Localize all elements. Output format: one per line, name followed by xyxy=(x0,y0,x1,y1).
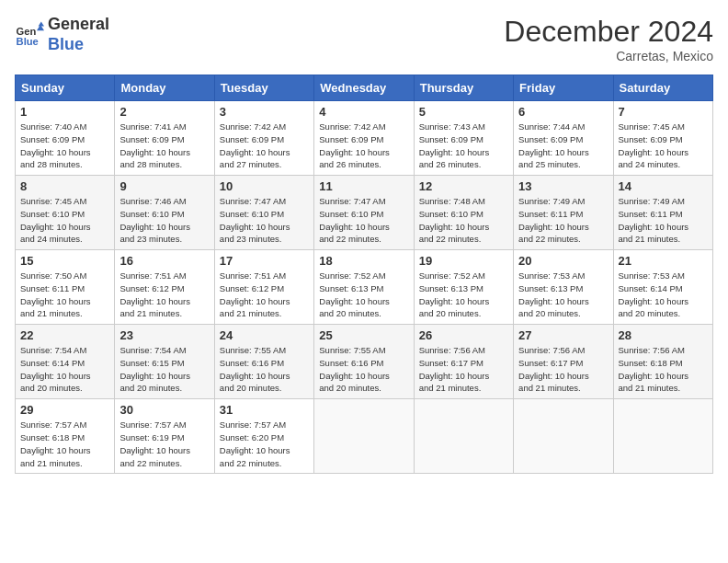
day-info: Sunrise: 7:49 AMSunset: 6:11 PMDaylight:… xyxy=(518,195,608,246)
day-info: Sunrise: 7:40 AMSunset: 6:09 PMDaylight:… xyxy=(20,121,109,171)
day-info: Sunrise: 7:55 AMSunset: 6:16 PMDaylight:… xyxy=(220,344,309,395)
day-info: Sunrise: 7:56 AMSunset: 6:18 PMDaylight:… xyxy=(619,344,708,395)
day-number: 17 xyxy=(220,254,309,268)
day-cell: 6Sunrise: 7:44 AMSunset: 6:09 PMDaylight… xyxy=(514,101,613,176)
day-number: 4 xyxy=(319,105,408,119)
month-title: December 2024 xyxy=(504,15,713,49)
day-info: Sunrise: 7:42 AMSunset: 6:09 PMDaylight:… xyxy=(220,121,309,171)
day-number: 18 xyxy=(319,254,408,268)
day-cell: 21Sunrise: 7:53 AMSunset: 6:14 PMDayligh… xyxy=(613,250,712,325)
day-info: Sunrise: 7:56 AMSunset: 6:17 PMDaylight:… xyxy=(518,344,608,395)
day-number: 6 xyxy=(518,105,608,119)
day-info: Sunrise: 7:45 AMSunset: 6:09 PMDaylight:… xyxy=(619,121,708,171)
day-info: Sunrise: 7:55 AMSunset: 6:16 PMDaylight:… xyxy=(319,344,408,395)
weekday-header-wednesday: Wednesday xyxy=(314,75,414,101)
day-number: 20 xyxy=(518,254,608,268)
day-cell: 25Sunrise: 7:55 AMSunset: 6:16 PMDayligh… xyxy=(314,325,414,399)
day-info: Sunrise: 7:52 AMSunset: 6:13 PMDaylight:… xyxy=(419,270,508,320)
day-number: 10 xyxy=(220,179,309,193)
weekday-header-friday: Friday xyxy=(514,75,613,101)
week-row-3: 15Sunrise: 7:50 AMSunset: 6:11 PMDayligh… xyxy=(16,250,713,325)
title-block: December 2024 Carretas, Mexico xyxy=(504,15,713,63)
page-header: Gen Blue General Blue December 2024 Carr… xyxy=(15,15,713,63)
weekday-header-monday: Monday xyxy=(115,75,214,101)
day-number: 3 xyxy=(220,105,309,119)
calendar-table: SundayMondayTuesdayWednesdayThursdayFrid… xyxy=(15,75,713,474)
day-number: 2 xyxy=(119,105,209,119)
day-info: Sunrise: 7:57 AMSunset: 6:20 PMDaylight:… xyxy=(220,419,309,469)
day-number: 1 xyxy=(20,105,109,119)
day-cell xyxy=(514,399,613,474)
day-number: 29 xyxy=(20,403,109,417)
day-number: 27 xyxy=(518,328,608,342)
day-cell: 11Sunrise: 7:47 AMSunset: 6:10 PMDayligh… xyxy=(314,176,414,250)
day-cell: 14Sunrise: 7:49 AMSunset: 6:11 PMDayligh… xyxy=(613,176,712,250)
day-info: Sunrise: 7:48 AMSunset: 6:10 PMDaylight:… xyxy=(419,195,508,246)
day-number: 19 xyxy=(419,254,508,268)
day-info: Sunrise: 7:54 AMSunset: 6:14 PMDaylight:… xyxy=(20,344,109,395)
day-number: 23 xyxy=(119,328,209,342)
day-info: Sunrise: 7:45 AMSunset: 6:10 PMDaylight:… xyxy=(20,195,109,246)
day-info: Sunrise: 7:56 AMSunset: 6:17 PMDaylight:… xyxy=(419,344,508,395)
day-cell: 9Sunrise: 7:46 AMSunset: 6:10 PMDaylight… xyxy=(115,176,214,250)
weekday-header-tuesday: Tuesday xyxy=(214,75,313,101)
day-cell xyxy=(613,399,712,474)
day-info: Sunrise: 7:53 AMSunset: 6:14 PMDaylight:… xyxy=(619,270,708,320)
day-number: 13 xyxy=(518,179,608,193)
day-info: Sunrise: 7:49 AMSunset: 6:11 PMDaylight:… xyxy=(619,195,708,246)
week-row-5: 29Sunrise: 7:57 AMSunset: 6:18 PMDayligh… xyxy=(16,399,713,474)
day-cell: 27Sunrise: 7:56 AMSunset: 6:17 PMDayligh… xyxy=(514,325,613,399)
weekday-header-thursday: Thursday xyxy=(414,75,513,101)
day-number: 28 xyxy=(619,328,708,342)
weekday-header-saturday: Saturday xyxy=(613,75,712,101)
day-cell: 17Sunrise: 7:51 AMSunset: 6:12 PMDayligh… xyxy=(214,250,313,325)
day-number: 26 xyxy=(419,328,508,342)
day-cell: 2Sunrise: 7:41 AMSunset: 6:09 PMDaylight… xyxy=(115,101,214,176)
day-number: 24 xyxy=(220,328,309,342)
day-number: 16 xyxy=(119,254,209,268)
day-info: Sunrise: 7:54 AMSunset: 6:15 PMDaylight:… xyxy=(119,344,209,395)
day-info: Sunrise: 7:53 AMSunset: 6:13 PMDaylight:… xyxy=(518,270,608,320)
day-number: 22 xyxy=(20,328,109,342)
day-cell: 23Sunrise: 7:54 AMSunset: 6:15 PMDayligh… xyxy=(115,325,214,399)
day-cell: 8Sunrise: 7:45 AMSunset: 6:10 PMDaylight… xyxy=(16,176,115,250)
day-cell: 22Sunrise: 7:54 AMSunset: 6:14 PMDayligh… xyxy=(16,325,115,399)
day-cell: 1Sunrise: 7:40 AMSunset: 6:09 PMDaylight… xyxy=(16,101,115,176)
day-cell: 15Sunrise: 7:50 AMSunset: 6:11 PMDayligh… xyxy=(16,250,115,325)
day-number: 14 xyxy=(619,179,708,193)
day-cell: 30Sunrise: 7:57 AMSunset: 6:19 PMDayligh… xyxy=(115,399,214,474)
day-cell: 13Sunrise: 7:49 AMSunset: 6:11 PMDayligh… xyxy=(514,176,613,250)
day-number: 8 xyxy=(20,179,109,193)
day-info: Sunrise: 7:43 AMSunset: 6:09 PMDaylight:… xyxy=(419,121,508,171)
weekday-header-row: SundayMondayTuesdayWednesdayThursdayFrid… xyxy=(16,75,713,101)
day-info: Sunrise: 7:52 AMSunset: 6:13 PMDaylight:… xyxy=(319,270,408,320)
day-cell: 18Sunrise: 7:52 AMSunset: 6:13 PMDayligh… xyxy=(314,250,414,325)
week-row-2: 8Sunrise: 7:45 AMSunset: 6:10 PMDaylight… xyxy=(16,176,713,250)
day-info: Sunrise: 7:57 AMSunset: 6:19 PMDaylight:… xyxy=(119,419,209,469)
day-info: Sunrise: 7:42 AMSunset: 6:09 PMDaylight:… xyxy=(319,121,408,171)
day-info: Sunrise: 7:47 AMSunset: 6:10 PMDaylight:… xyxy=(220,195,309,246)
day-number: 15 xyxy=(20,254,109,268)
svg-marker-2 xyxy=(39,21,44,26)
logo-icon: Gen Blue xyxy=(15,20,44,50)
day-cell: 7Sunrise: 7:45 AMSunset: 6:09 PMDaylight… xyxy=(613,101,712,176)
day-cell: 24Sunrise: 7:55 AMSunset: 6:16 PMDayligh… xyxy=(214,325,313,399)
day-info: Sunrise: 7:51 AMSunset: 6:12 PMDaylight:… xyxy=(119,270,209,320)
day-cell: 4Sunrise: 7:42 AMSunset: 6:09 PMDaylight… xyxy=(314,101,414,176)
svg-text:Blue: Blue xyxy=(17,36,39,47)
day-info: Sunrise: 7:41 AMSunset: 6:09 PMDaylight:… xyxy=(119,121,209,171)
day-number: 9 xyxy=(119,179,209,193)
day-number: 12 xyxy=(419,179,508,193)
logo-text-line2: Blue xyxy=(48,35,109,55)
day-number: 5 xyxy=(419,105,508,119)
day-info: Sunrise: 7:47 AMSunset: 6:10 PMDaylight:… xyxy=(319,195,408,246)
day-number: 21 xyxy=(619,254,708,268)
day-cell: 28Sunrise: 7:56 AMSunset: 6:18 PMDayligh… xyxy=(613,325,712,399)
day-cell: 29Sunrise: 7:57 AMSunset: 6:18 PMDayligh… xyxy=(16,399,115,474)
day-cell: 16Sunrise: 7:51 AMSunset: 6:12 PMDayligh… xyxy=(115,250,214,325)
logo-text-line1: General xyxy=(48,15,109,35)
week-row-1: 1Sunrise: 7:40 AMSunset: 6:09 PMDaylight… xyxy=(16,101,713,176)
day-info: Sunrise: 7:50 AMSunset: 6:11 PMDaylight:… xyxy=(20,270,109,320)
day-number: 31 xyxy=(220,403,309,417)
day-number: 25 xyxy=(319,328,408,342)
